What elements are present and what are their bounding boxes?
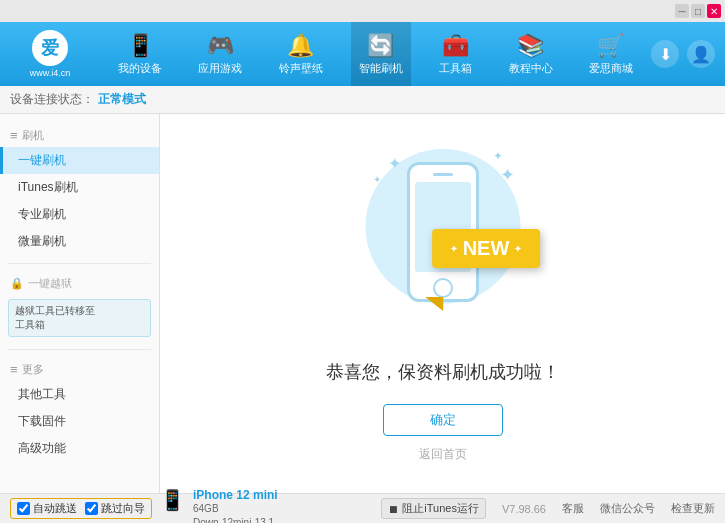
download-button[interactable]: ⬇ [651, 40, 679, 68]
device-info: 📱 iPhone 12 mini 64GB Down-12mini-13,1 [160, 488, 278, 524]
sidebar-item-download-firmware[interactable]: 下载固件 [0, 408, 159, 435]
my-device-icon: 📱 [127, 33, 154, 59]
device-firmware: Down-12mini-13,1 [193, 516, 278, 524]
close-button[interactable]: ✕ [707, 4, 721, 18]
main-content: ≡ 刷机 一键刷机 iTunes刷机 专业刷机 微量刷机 🔒 一键越狱 越狱 [0, 114, 725, 493]
lock-icon: 🔒 [10, 277, 24, 290]
bottom-bar: 自动跳送 跳过向导 📱 iPhone 12 mini 64GB Down-12m… [0, 493, 725, 523]
sparkle-1: ✦ [388, 154, 401, 173]
nav-my-device[interactable]: 📱 我的设备 [110, 22, 170, 86]
nav-right: ⬇ 👤 [651, 40, 725, 68]
checkbox-group: 自动跳送 跳过向导 [10, 498, 152, 519]
wechat-link[interactable]: 微信公众号 [600, 501, 655, 516]
nav-toolbox[interactable]: 🧰 工具箱 [431, 22, 480, 86]
device-storage: 64GB [193, 502, 278, 516]
divider-2 [8, 349, 151, 350]
more-section-icon: ≡ [10, 362, 18, 377]
sidebar-jailbreak-note: 越狱工具已转移至工具箱 [8, 299, 151, 337]
skip-guide-input[interactable] [85, 502, 98, 515]
ringtone-icon: 🔔 [287, 33, 314, 59]
customer-service-link[interactable]: 客服 [562, 501, 584, 516]
new-badge-text: NEW [463, 237, 510, 260]
nav-app-games[interactable]: 🎮 应用游戏 [190, 22, 250, 86]
sidebar-item-save-flash[interactable]: 微量刷机 [0, 228, 159, 255]
maximize-button[interactable]: □ [691, 4, 705, 18]
nav-mall-label: 爱思商城 [589, 61, 633, 76]
sidebar-item-itunes-flash[interactable]: iTunes刷机 [0, 174, 159, 201]
nav-my-device-label: 我的设备 [118, 61, 162, 76]
divider-1 [8, 263, 151, 264]
check-update-link[interactable]: 检查更新 [671, 501, 715, 516]
status-label: 设备连接状态： [10, 91, 94, 108]
auto-jump-checkbox[interactable]: 自动跳送 [17, 501, 77, 516]
success-text: 恭喜您，保资料刷机成功啦！ [326, 360, 560, 384]
nav-items: 📱 我的设备 🎮 应用游戏 🔔 铃声壁纸 🔄 智能刷机 🧰 工具箱 📚 教程中心… [100, 22, 651, 86]
nav-mall[interactable]: 🛒 爱思商城 [581, 22, 641, 86]
status-bar: 设备连接状态： 正常模式 [0, 86, 725, 114]
sidebar-item-one-key-flash[interactable]: 一键刷机 [0, 147, 159, 174]
back-home-link[interactable]: 返回首页 [419, 446, 467, 463]
title-bar: ─ □ ✕ [0, 0, 725, 22]
new-badge: ✦ NEW ✦ [432, 229, 541, 268]
sidebar-section-more-title: ≡ 更多 [0, 358, 159, 381]
bottom-left: 自动跳送 跳过向导 📱 iPhone 12 mini 64GB Down-12m… [10, 488, 381, 524]
bottom-right: ⏹ 阻止iTunes运行 V7.98.66 客服 微信公众号 检查更新 [381, 498, 715, 519]
status-value: 正常模式 [98, 91, 146, 108]
device-name: iPhone 12 mini [193, 488, 278, 502]
stop-icon: ⏹ [388, 503, 399, 515]
badge-ribbon-left [425, 297, 443, 311]
sidebar-section-more: ≡ 更多 其他工具 下载固件 高级功能 [0, 354, 159, 466]
phone-speaker [433, 173, 453, 176]
new-badge-star-left: ✦ [450, 244, 458, 254]
sparkle-4: ✦ [500, 164, 515, 186]
nav-tutorial[interactable]: 📚 教程中心 [501, 22, 561, 86]
minimize-button[interactable]: ─ [675, 4, 689, 18]
app-games-icon: 🎮 [207, 33, 234, 59]
content-area: ✦ ✦ ✦ ✦ ✦ NEW ✦ 恭喜您，保资料刷机成功啦！ 确定 [160, 114, 725, 493]
sparkle-2: ✦ [493, 149, 503, 163]
mall-icon: 🛒 [597, 33, 624, 59]
toolbox-icon: 🧰 [442, 33, 469, 59]
logo-subtitle: www.i4.cn [30, 68, 71, 78]
logo-icon: 爱 [32, 30, 68, 66]
tutorial-icon: 📚 [517, 33, 544, 59]
sparkle-3: ✦ [373, 174, 381, 185]
device-details: iPhone 12 mini 64GB Down-12mini-13,1 [193, 488, 278, 524]
stop-itunes-button[interactable]: ⏹ 阻止iTunes运行 [381, 498, 486, 519]
nav-ringtone[interactable]: 🔔 铃声壁纸 [271, 22, 331, 86]
header: 爱 www.i4.cn 📱 我的设备 🎮 应用游戏 🔔 铃声壁纸 🔄 智能刷机 … [0, 22, 725, 86]
user-button[interactable]: 👤 [687, 40, 715, 68]
logo-area: 爱 www.i4.cn [0, 22, 100, 86]
sidebar-section-jailbreak: 🔒 一键越狱 越狱工具已转移至工具箱 [0, 268, 159, 345]
sidebar-item-pro-flash[interactable]: 专业刷机 [0, 201, 159, 228]
nav-ringtone-label: 铃声壁纸 [279, 61, 323, 76]
nav-smart-flash-label: 智能刷机 [359, 61, 403, 76]
nav-toolbox-label: 工具箱 [439, 61, 472, 76]
new-badge-star-right: ✦ [514, 244, 522, 254]
auto-jump-input[interactable] [17, 502, 30, 515]
version-text: V7.98.66 [502, 503, 546, 515]
confirm-button[interactable]: 确定 [383, 404, 503, 436]
sidebar-item-advanced[interactable]: 高级功能 [0, 435, 159, 462]
device-icon: 📱 [160, 488, 185, 512]
sidebar-jailbreak-disabled: 🔒 一键越狱 [0, 272, 159, 295]
nav-tutorial-label: 教程中心 [509, 61, 553, 76]
skip-guide-checkbox[interactable]: 跳过向导 [85, 501, 145, 516]
success-illustration: ✦ ✦ ✦ ✦ ✦ NEW ✦ [353, 144, 533, 344]
sidebar: ≡ 刷机 一键刷机 iTunes刷机 专业刷机 微量刷机 🔒 一键越狱 越狱 [0, 114, 160, 493]
sidebar-section-flash-title: ≡ 刷机 [0, 124, 159, 147]
nav-smart-flash[interactable]: 🔄 智能刷机 [351, 22, 411, 86]
nav-app-games-label: 应用游戏 [198, 61, 242, 76]
sidebar-item-other-tools[interactable]: 其他工具 [0, 381, 159, 408]
phone-home-btn [433, 278, 453, 298]
smart-flash-icon: 🔄 [367, 33, 394, 59]
sidebar-section-flash: ≡ 刷机 一键刷机 iTunes刷机 专业刷机 微量刷机 [0, 120, 159, 259]
flash-section-icon: ≡ [10, 128, 18, 143]
